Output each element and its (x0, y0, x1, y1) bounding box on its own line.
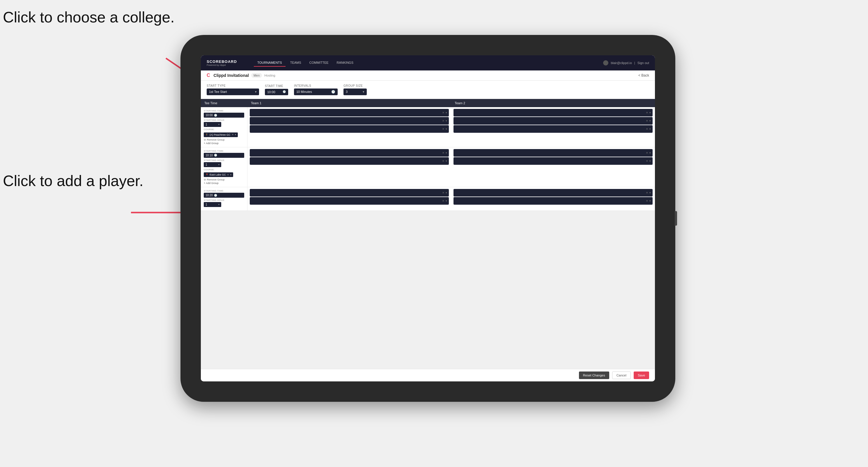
slot-remove-2-2[interactable]: ✕ (442, 160, 444, 162)
intervals-select[interactable]: 10 Minutes 🕐 (294, 89, 338, 95)
nav-rankings[interactable]: RANKINGS (333, 59, 357, 67)
player-slot-t2-3-1[interactable]: ✕ ▾ (454, 189, 653, 196)
slot-remove-3-1[interactable]: ✕ (442, 191, 444, 194)
start-type-label: Start Type (207, 84, 259, 87)
form-row: Start Type 1st Tee Start ▾ Start Time 10… (201, 81, 655, 99)
slot-t2-arrow-2-1[interactable]: ▾ (649, 151, 651, 154)
nav-bar: SCOREBOARD Powered by clippd TOURNAMENTS… (201, 55, 655, 70)
player-slot-t2-2-1[interactable]: ✕ ▾ (454, 149, 653, 157)
group-size-select[interactable]: 3 ▾ (343, 89, 367, 95)
save-button[interactable]: Save (634, 372, 649, 379)
sub-header: C Clippd Invitational Men Hosting < Back (201, 70, 655, 81)
remove-course-2-btn[interactable]: ✕ (227, 174, 229, 176)
slot-arrow-3-2[interactable]: ▾ (446, 199, 447, 203)
course-arrow-2[interactable]: ▾ (230, 174, 231, 176)
table-header: Tee Time Team 1 Team 2 (201, 99, 655, 107)
starting-hole-value-2[interactable]: 1 ▾ (204, 162, 221, 167)
slot-arrow-1-2[interactable]: ▾ (446, 119, 447, 122)
starting-hole-value-3[interactable]: 1 ▾ (204, 202, 221, 207)
starting-time-value-1[interactable]: 10:00 🕐 (204, 113, 244, 118)
slot-arrow-1-1[interactable]: ▾ (446, 111, 447, 114)
slot-arrow-1-3[interactable]: ▾ (446, 127, 447, 130)
tee-row-3-team1: ✕ ▾ ✕ ▾ (247, 187, 451, 211)
starting-time-label-2: STARTING TIME: (204, 150, 244, 152)
player-slot-t2-3-2[interactable]: ✕ ▾ (454, 197, 653, 205)
starting-time-value-2[interactable]: 10:10 🕐 (204, 153, 244, 158)
group-size-label: Group Size (343, 84, 367, 87)
remove-group-1-btn[interactable]: ⊖ Remove Group (204, 138, 244, 141)
player-slot-3-1[interactable]: ✕ ▾ (250, 189, 449, 196)
slot-t2-remove-1-1[interactable]: ✕ (646, 111, 648, 114)
slot-t2-remove-1-3[interactable]: ✕ (646, 127, 648, 130)
slot-t2-remove-3-1[interactable]: ✕ (646, 191, 648, 194)
back-button[interactable]: < Back (638, 73, 649, 77)
starting-hole-value-1[interactable]: 1 ▾ (204, 122, 221, 127)
add-group-1-btn[interactable]: + Add Group (204, 142, 244, 145)
player-slot-1-1[interactable]: ✕ ▾ (250, 109, 449, 117)
remove-group-2-btn[interactable]: ⊖ Remove Group (204, 178, 244, 181)
player-slot-1-2[interactable]: ✕ ▾ (250, 117, 449, 125)
starting-hole-label-1: STARTING HOLE: (204, 119, 244, 121)
slot-t2-remove-3-2[interactable]: ✕ (646, 199, 648, 203)
player-slot-t2-1-3[interactable]: ✕ ▾ (454, 125, 653, 133)
tee-row-2-team1: ✕ ▾ ✕ ▾ (247, 147, 451, 187)
start-type-group: Start Type 1st Tee Start ▾ (207, 84, 259, 95)
footer-bar: Reset Changes Cancel Save (201, 369, 655, 381)
starting-time-label-3: STARTING TIME: (204, 190, 244, 192)
slot-remove-2-1[interactable]: ✕ (442, 151, 444, 154)
slot-arrow-2-1[interactable]: ▾ (446, 151, 447, 154)
nav-teams[interactable]: TEAMS (287, 59, 305, 67)
slot-arrow-2-2[interactable]: ▾ (446, 160, 447, 162)
slot-remove-1-1[interactable]: ✕ (442, 111, 444, 114)
sign-out-link[interactable]: Sign out (638, 61, 649, 65)
player-slot-3-2[interactable]: ✕ ▾ (250, 197, 449, 205)
player-slot-t2-1-1[interactable]: ✕ ▾ (454, 109, 653, 117)
slot-t2-arrow-1-3[interactable]: ▾ (649, 127, 651, 130)
player-slot-t2-1-2[interactable]: ✕ ▾ (454, 117, 653, 125)
player-slot-t2-2-2[interactable]: ✕ ▾ (454, 157, 653, 165)
slot-t2-arrow-3-2[interactable]: ▾ (649, 199, 651, 203)
tournament-gender-badge: Men (251, 73, 262, 78)
player-slot-2-1[interactable]: ✕ ▾ (250, 149, 449, 157)
th-team2: Team 2 (451, 99, 655, 107)
slot-t2-arrow-1-1[interactable]: ▾ (649, 111, 651, 114)
th-team1: Team 1 (247, 99, 451, 107)
start-time-group: Start Time 10:00 🕐 (265, 85, 288, 95)
remove-course-1-btn[interactable]: ✕ (232, 133, 234, 136)
course-label-2: COURSE: (204, 168, 244, 171)
intervals-group: Intervals 10 Minutes 🕐 (294, 84, 338, 95)
action-links-1: ⊖ Remove Group + Add Group (204, 138, 244, 145)
user-email: blair@clippd.io (611, 61, 632, 65)
course-name-2: East Lake GC (210, 173, 226, 176)
th-tee-time: Tee Time (201, 99, 247, 107)
course-name-1: (A) Peachtree GC (210, 133, 230, 136)
slot-t2-remove-2-1[interactable]: ✕ (646, 151, 648, 154)
course-arrow-1[interactable]: ▾ (235, 133, 236, 136)
schedule-container: Tee Time Team 1 Team 2 STARTING TIME: 10… (201, 99, 655, 369)
slot-t2-arrow-3-1[interactable]: ▾ (649, 191, 651, 194)
course-tag-1[interactable]: 🏌 (A) Peachtree GC ✕ ▾ (204, 132, 238, 137)
slot-remove-3-2[interactable]: ✕ (442, 199, 444, 203)
start-type-select[interactable]: 1st Tee Start ▾ (207, 89, 259, 95)
slot-t2-remove-2-2[interactable]: ✕ (646, 160, 648, 162)
slot-remove-1-3[interactable]: ✕ (442, 127, 444, 130)
slot-t2-arrow-2-2[interactable]: ▾ (649, 160, 651, 162)
player-slot-1-3[interactable]: ✕ ▾ (250, 125, 449, 133)
slot-t2-arrow-1-2[interactable]: ▾ (649, 119, 651, 122)
cancel-button[interactable]: Cancel (612, 372, 631, 379)
starting-time-value-3[interactable]: 10:20 🕐 (204, 193, 244, 198)
nav-committee[interactable]: COMMITTEE (306, 59, 332, 67)
add-group-2-btn[interactable]: + Add Group (204, 182, 244, 185)
start-time-input[interactable]: 10:00 🕐 (265, 89, 288, 95)
slot-t2-remove-1-2[interactable]: ✕ (646, 119, 648, 122)
tee-row-3-team2: ✕ ▾ ✕ ▾ (451, 187, 655, 211)
course-tag-2[interactable]: 📍 East Lake GC ✕ ▾ (204, 173, 233, 177)
tee-row-1-team1: ✕ ▾ ✕ ▾ ✕ ▾ (247, 107, 451, 147)
nav-tournaments[interactable]: TOURNAMENTS (254, 59, 285, 67)
nav-user: blair@clippd.io | Sign out (603, 60, 649, 65)
tournament-logo: C (207, 73, 210, 78)
slot-remove-1-2[interactable]: ✕ (442, 119, 444, 122)
reset-changes-button[interactable]: Reset Changes (579, 372, 609, 379)
slot-arrow-3-1[interactable]: ▾ (446, 191, 447, 194)
player-slot-2-2[interactable]: ✕ ▾ (250, 157, 449, 165)
